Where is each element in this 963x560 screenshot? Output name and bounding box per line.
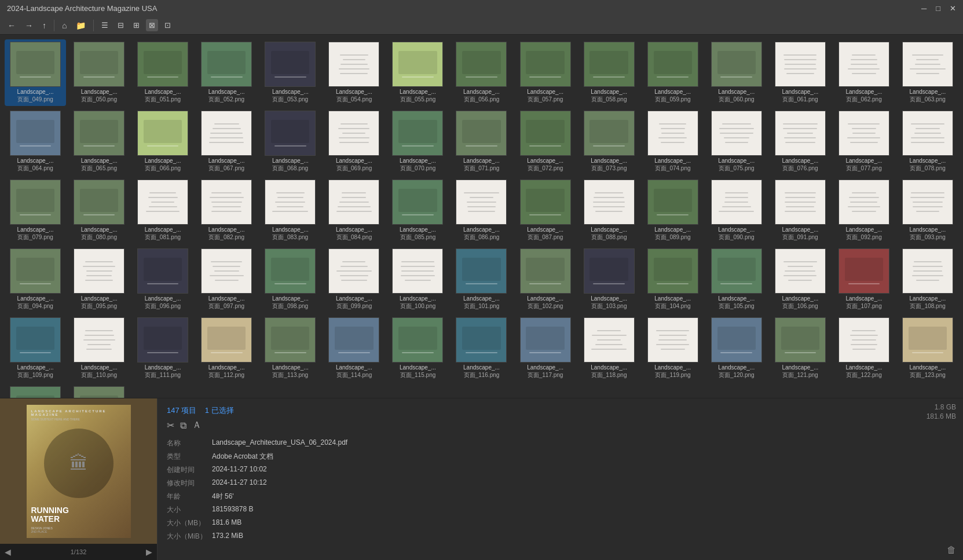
view-large-button[interactable]: ⊠ [146, 19, 158, 31]
file-item[interactable]: Landscape_...页面_070.png [387, 108, 448, 175]
file-item[interactable]: Landscape_...页面_123.png [897, 315, 958, 382]
copy-button[interactable]: ⧉ [180, 419, 186, 431]
file-item[interactable]: Landscape_...页面_096.png [132, 246, 193, 313]
file-item[interactable]: Landscape_...页面_056.png [451, 39, 512, 106]
file-item[interactable]: Landscape_...页面_090.png [706, 177, 767, 244]
file-item[interactable]: Landscape_...页面_062.png [833, 39, 895, 106]
preview-next-button[interactable]: ▶ [146, 547, 152, 557]
file-item[interactable]: Landscape_...页面_117.png [515, 315, 576, 382]
file-grid-area[interactable]: Landscape_...页面_049.pngLandscape_...页面_0… [0, 35, 963, 398]
maximize-icon[interactable]: □ [936, 4, 940, 13]
file-item[interactable]: Landscape_...页面_104.png [642, 246, 704, 313]
file-item[interactable]: Landscape_...页面_059.png [642, 39, 704, 106]
file-item[interactable]: Landscape_...页面_114.png [323, 315, 385, 382]
file-item[interactable]: Landscape_...页面_120.png [706, 315, 767, 382]
file-item[interactable]: Landscape_...页面_082.png [196, 177, 257, 244]
delete-button[interactable]: 🗑 [947, 545, 956, 555]
file-item[interactable]: Landscape_...页面_093.png [897, 177, 958, 244]
file-name-label: Landscape_... [200, 157, 252, 164]
file-item[interactable]: Landscape_...页面_081.png [132, 177, 193, 244]
file-item[interactable]: Landscape_...页面_109.png [5, 315, 66, 382]
file-item[interactable]: Landscape_...页面_115.png [387, 315, 448, 382]
file-item[interactable]: Landscape_...页面_091.png [770, 177, 831, 244]
file-item[interactable]: Landscape_...页面_121.png [770, 315, 831, 382]
file-item[interactable]: Landscape_...页面_066.png [132, 108, 193, 175]
view-medium-button[interactable]: ⊞ [130, 19, 142, 31]
file-item[interactable]: Landscape_...页面_097.png [196, 246, 257, 313]
file-item[interactable]: Landscape_...页面_101.png [451, 246, 512, 313]
file-item[interactable]: Landscape_...页面_049.png [5, 39, 66, 106]
rename-button[interactable]: Ａ [192, 419, 202, 431]
up-button[interactable]: ↑ [39, 19, 49, 32]
file-item[interactable]: Landscape_...页面_055.png [387, 39, 448, 106]
file-item[interactable]: Landscape_...页面_094.png [5, 246, 66, 313]
file-item[interactable]: Landscape_...页面_058.png [578, 39, 640, 106]
file-item[interactable]: Landscape_...页面_051.png [132, 39, 193, 106]
cut-button[interactable]: ✂ [167, 419, 174, 431]
file-item[interactable]: Landscape_...页面_111.png [132, 315, 193, 382]
file-item[interactable]: Landscape_...页面_118.png [578, 315, 640, 382]
file-item[interactable]: Landscape_...页面_098.png [259, 246, 321, 313]
view-details-button[interactable]: ⊟ [115, 19, 127, 31]
preview-cover: LANDSCAPE ARCHITECTURE MAGAZINE SOME SUB… [27, 405, 131, 538]
file-item[interactable]: Landscape_...页面_102.png [515, 246, 576, 313]
file-item[interactable]: Landscape_...页面_116.png [451, 315, 512, 382]
file-item[interactable]: Landscape_...页面_106.png [770, 246, 831, 313]
file-item[interactable]: Landscape_...页面_072.png [515, 108, 576, 175]
file-item[interactable]: Landscape_...页面_103.png [578, 246, 640, 313]
preview-prev-button[interactable]: ◀ [5, 547, 11, 557]
file-item[interactable]: Landscape_...页面_122.png [833, 315, 895, 382]
file-item[interactable]: Landscape_...页面_060.png [706, 39, 767, 106]
file-item[interactable]: Landscape_...页面_119.png [642, 315, 704, 382]
view-extra-button[interactable]: ⊡ [162, 19, 174, 31]
file-item[interactable]: Landscape_...页面_064.png [5, 108, 66, 175]
file-item[interactable]: Landscape_...页面_089.png [642, 177, 704, 244]
file-item[interactable]: Landscape_...页面_086.png [451, 177, 512, 244]
file-item[interactable]: Landscape_...页面_092.png [833, 177, 895, 244]
file-item[interactable]: Landscape_...页面_084.png [323, 177, 385, 244]
file-item[interactable]: Landscape_...页面_087.png [515, 177, 576, 244]
file-item[interactable]: Landscape_...页面_124.png [5, 384, 66, 398]
file-item[interactable]: Landscape_...页面_107.png [833, 246, 895, 313]
file-item[interactable]: Landscape_...页面_069.png [323, 108, 385, 175]
selected-count[interactable]: 1 已选择 [205, 406, 234, 415]
file-item[interactable]: Landscape_...页面_100.png [387, 246, 448, 313]
file-item[interactable]: Landscape_...页面_071.png [451, 108, 512, 175]
file-item[interactable]: Landscape_...页面_054.png [323, 39, 385, 106]
file-item[interactable]: Landscape_...页面_113.png [259, 315, 321, 382]
file-item[interactable]: Landscape_...页面_080.png [68, 177, 130, 244]
file-item[interactable]: Landscape_...页面_065.png [68, 108, 130, 175]
file-item[interactable]: Landscape_...页面_088.png [578, 177, 640, 244]
file-item[interactable]: Landscape_...页面_099.png [323, 246, 385, 313]
file-item[interactable]: Landscape_...页面_078.png [897, 108, 958, 175]
file-item[interactable]: Landscape_...页面_068.png [259, 108, 321, 175]
file-item[interactable]: Landscape_...页面_110.png [68, 315, 130, 382]
file-item[interactable]: Landscape_...页面_076.png [770, 108, 831, 175]
file-item[interactable]: Landscape_...页面_105.png [706, 246, 767, 313]
file-item[interactable]: Landscape_...页面_061.png [770, 39, 831, 106]
file-item[interactable]: Landscape_...页面_053.png [259, 39, 321, 106]
close-icon[interactable]: ✕ [950, 4, 956, 13]
file-item[interactable]: Landscape_...页面_085.png [387, 177, 448, 244]
file-item[interactable]: Landscape_...页面_073.png [578, 108, 640, 175]
file-item[interactable]: Landscape_...页面_083.png [259, 177, 321, 244]
file-item[interactable]: Landscape_...页面_067.png [196, 108, 257, 175]
file-item[interactable]: Landscape_...页面_095.png [68, 246, 130, 313]
file-item[interactable]: Landscape_...页面_052.png [196, 39, 257, 106]
file-item[interactable]: Landscape_...页面_074.png [642, 108, 704, 175]
file-item[interactable]: Landscape_...页面_125.png [68, 384, 130, 398]
back-button[interactable]: ← [5, 19, 19, 32]
file-item[interactable]: Landscape_...页面_063.png [897, 39, 958, 106]
home-button[interactable]: ⌂ [59, 19, 69, 32]
minimize-icon[interactable]: ─ [921, 4, 927, 13]
file-item[interactable]: Landscape_...页面_050.png [68, 39, 130, 106]
file-item[interactable]: Landscape_...页面_108.png [897, 246, 958, 313]
file-item[interactable]: Landscape_...页面_075.png [706, 108, 767, 175]
file-item[interactable]: Landscape_...页面_077.png [833, 108, 895, 175]
file-item[interactable]: Landscape_...页面_112.png [196, 315, 257, 382]
forward-button[interactable]: → [22, 19, 36, 32]
view-list-button[interactable]: ☰ [98, 19, 111, 31]
file-item[interactable]: Landscape_...页面_057.png [515, 39, 576, 106]
file-item[interactable]: Landscape_...页面_079.png [5, 177, 66, 244]
new-folder-button[interactable]: 📁 [73, 19, 89, 32]
